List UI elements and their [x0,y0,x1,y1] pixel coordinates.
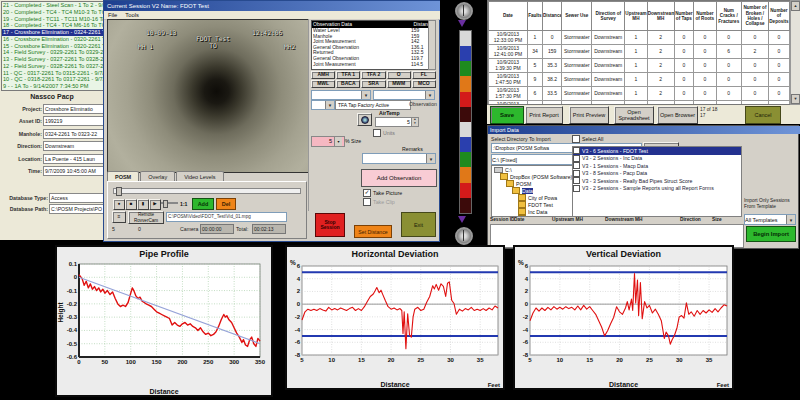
chevron-down-icon[interactable]: ▾ [334,137,342,146]
column-header[interactable]: Number of Taps [674,2,693,31]
survey-list-item[interactable]: 13 - Field Survey - 0327-2261 To 0328-22 [2,56,104,63]
import-window-titlebar[interactable]: Import Data [488,126,800,134]
stop-button[interactable]: ■ [125,199,137,210]
video-path-field[interactable]: C:\POSM\Video\FDOT_Test\Vid_01.mpg [166,212,287,222]
observation-list-scrollbar[interactable] [428,20,436,70]
code-button-o[interactable]: O [387,71,411,79]
knob-bottom-icon[interactable] [455,227,473,245]
session-checkbox[interactable] [573,162,580,169]
survey-list-item[interactable]: 10 - QC - 0318-2261 To 0317-2261 - 9/7/2 [2,76,104,83]
menu-item-file[interactable]: File [108,12,117,18]
column-header[interactable]: Direction of Survey [592,2,625,31]
observation-list[interactable]: Observation Data Distance Water Level159… [311,20,434,70]
session-item[interactable]: V3 - 3 Sessions - Really Bad Pipes Struc… [573,177,741,185]
table-row[interactable]: 10/9/2013 2:07:30 PM435.4StormwaterDowns… [489,101,790,106]
size-field[interactable]: 5 ▾ [311,136,345,147]
tfa-combo[interactable]: ▾ [311,100,335,110]
session-item[interactable]: V3 - 6 Sessions - FDOT Test [573,147,741,155]
column-header[interactable]: Sewer Use [562,2,592,31]
tfa-description-field[interactable]: TFA Tap Factory Active [335,100,411,110]
scroll-up-icon[interactable]: ▲ [791,1,800,11]
tab-posm[interactable]: POSM [107,171,139,181]
print-preview-button[interactable]: Print Preview [569,106,609,124]
survey-list-item[interactable]: 18 - Completed - TC4 - TC4 M6-16 To TC [2,22,104,29]
seek-slider-thumb[interactable] [116,187,122,196]
survey-list-item[interactable]: 15 - Crossbore Elimination - 0320-2261 T [2,43,104,50]
take-picture-checkbox[interactable]: ✓Take Picture [363,189,402,197]
code-button-baca[interactable]: BACA [336,80,360,88]
video-window-titlebar[interactable]: Current Session V2 Name: FDOT Test [104,1,442,11]
code-button-sra[interactable]: SRA [361,80,385,88]
sessions-list[interactable]: V3 - 6 Sessions - FDOT TestV3 - 2 Sessio… [572,146,742,217]
survey-list-item[interactable]: 12 - Field Survey - 0328-2261 To 0327-22 [2,63,104,70]
print-report-button[interactable]: Print Report [525,106,563,124]
spinner-arrows-icon[interactable]: ▴▾ [411,118,418,126]
snapshot-button[interactable] [357,113,372,126]
units-checkbox[interactable]: Units [373,129,395,137]
observation-row[interactable]: Joint Measurement114.5 [312,62,433,68]
session-checkbox[interactable] [573,177,580,184]
add-observation-button[interactable]: Add Observation [361,169,437,187]
session-item[interactable]: V3 - 8 Sessions - Pacp Data [573,170,741,178]
survey-list-item[interactable]: 17 - Crossbore Elimination - 0324-2261 T [2,29,104,36]
code-button-mwm[interactable]: MWM [387,80,411,88]
survey-list-item[interactable]: 16 - Crossbore Elimination - 0320-2261 T [2,36,104,43]
tab-video-levels[interactable]: Video Levels [176,171,223,181]
play-button[interactable]: ▶ [149,199,161,210]
column-header[interactable]: Date [489,2,528,31]
column-header[interactable]: Number of Deposits [768,2,789,31]
code-combo-2[interactable]: ▾ [373,90,435,100]
exit-button[interactable]: Exit [401,212,436,237]
speed-slider-thumb[interactable] [163,200,168,208]
remarks-combo[interactable]: ▾ [362,153,436,164]
code-button-fl[interactable]: FL [412,71,436,79]
column-header[interactable]: Distance [542,2,561,31]
pause-button[interactable]: ▮ [137,199,149,210]
remote-rovvercam-button[interactable]: Remote RovverCam [128,211,164,224]
eject-button[interactable]: ≡ [112,211,126,223]
survey-list-item[interactable]: 19 - Completed - TC11 - TC11 M10-16 To [2,16,104,23]
session-item[interactable]: V3 - 1 Sessions - Macp Data [573,162,741,170]
code-combo-1[interactable]: ▾ [311,90,371,100]
knob-top-icon[interactable] [455,2,473,20]
column-header[interactable]: Number of Roots [694,2,716,31]
column-header[interactable]: Downstream MH [647,2,674,31]
save-button[interactable]: Save [490,106,524,124]
survey-list-item[interactable]: 14 - Field Survey - 0329-2261 To 0329-22 [2,49,104,56]
session-checkbox[interactable] [573,170,580,177]
code-button-tfa1[interactable]: TFA 1 [336,71,360,79]
select-all-checkbox[interactable]: Select All [572,135,603,143]
survey-list-item[interactable]: 21 - Completed - Steel Scan - 1 To 2 - 9… [2,2,104,9]
session-checkbox[interactable] [573,155,580,162]
tab-overlay[interactable]: Overlay [140,171,175,181]
seek-slider[interactable] [113,188,301,194]
stop-session-button[interactable]: Stop Session [315,213,345,237]
template-select[interactable]: All Templates▾ [744,214,796,225]
survey-list-item[interactable]: 20 - Completed - TC4 - TC4 M10-3 To TC [2,9,104,16]
open-browser-button[interactable]: Open Browser [657,106,698,124]
set-distance-button[interactable]: Set Distance [354,225,392,238]
menu-item-tools[interactable]: Tools [125,12,139,18]
session-checkbox[interactable] [573,147,580,154]
begin-import-button[interactable]: Begin Import [746,226,796,242]
code-button-mwl[interactable]: MWL [311,80,335,88]
scroll-down-icon[interactable]: ▼ [791,94,800,104]
table-row[interactable]: 10/9/2013 1:57:30 PM633.5StormwaterDowns… [489,87,790,101]
take-clip-checkbox[interactable]: Take Clip [363,198,395,206]
session-checkbox[interactable] [573,185,580,192]
survey-list-item[interactable]: 11 - QC - 0317-2261 To 0315-2261 - 9/7/2… [2,70,104,77]
code-button-mco[interactable]: MCO [412,80,436,88]
table-row[interactable]: 10/9/2013 1:47:50 PM938.2StormwaterDowns… [489,73,790,87]
column-header[interactable]: Faults [527,2,542,31]
results-scrollbar[interactable]: ▲ ▼ [790,0,800,105]
open-spreadsheet-button[interactable]: Open Spreadsheet [614,106,654,124]
cancel-button[interactable]: Cancel [745,106,781,124]
code-button-tfa2[interactable]: TFA 2 [361,71,385,79]
add-button[interactable]: Add [192,198,214,210]
survey-list-item[interactable]: 9 - - 1A To - 9/14/2007 7:34:50 PM [2,83,104,90]
session-item[interactable]: V3 - 2 Sessions - Sample Reports using a… [573,185,741,193]
table-row[interactable]: 10/9/2013 12:33:00 PM10StormwaterDownstr… [489,31,790,45]
record-button[interactable]: ● [113,199,125,210]
table-row[interactable]: 10/9/2013 1:39:30 PM535.3StormwaterDowns… [489,59,790,73]
del-button[interactable]: Del [216,198,236,210]
